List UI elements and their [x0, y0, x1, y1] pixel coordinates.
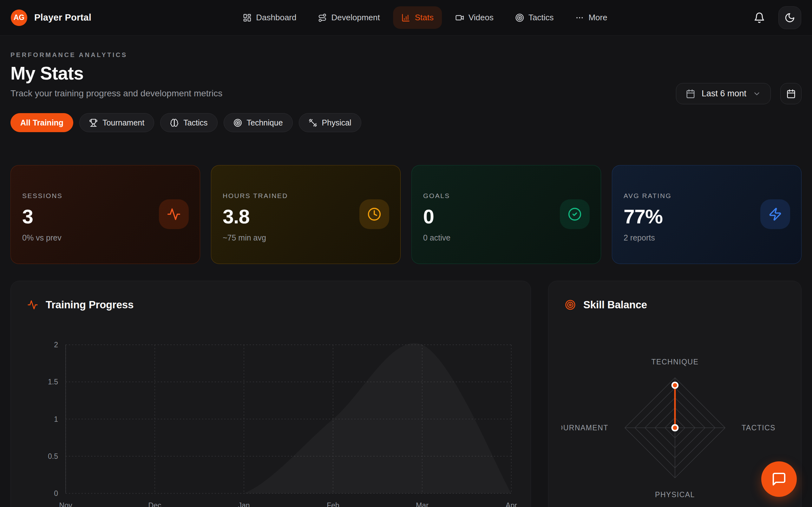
svg-text:0.5: 0.5: [48, 452, 58, 460]
message-square-icon: [771, 471, 786, 487]
stat-subtext: 0 active: [423, 233, 589, 242]
svg-text:Dec: Dec: [148, 501, 161, 507]
main-nav: Dashboard Development Stats Videos Tacti…: [235, 6, 615, 29]
date-range-value: Last 6 mont: [702, 89, 746, 99]
svg-text:TECHNIQUE: TECHNIQUE: [651, 358, 699, 366]
nav-label: Videos: [468, 13, 494, 22]
svg-text:Nov: Nov: [59, 501, 72, 507]
section-eyebrow: PERFORMANCE ANALYTICS: [10, 51, 802, 59]
panel-header: Skill Balance: [548, 281, 801, 311]
stat-card-avg-rating: AVG RATING 77% 2 reports: [612, 165, 802, 264]
activity-icon: [159, 199, 189, 229]
skill-balance-chart: TECHNIQUETACTICSPHYSICALTOURNAMENT: [561, 338, 789, 507]
radar-chart-wrap: TECHNIQUETACTICSPHYSICALTOURNAMENT: [561, 338, 789, 507]
filter-pills: All Training Tournament Tactics Techniqu…: [10, 113, 802, 132]
pill-label: Technique: [247, 118, 283, 127]
nav-item-more[interactable]: More: [567, 6, 615, 29]
filter-tournament[interactable]: Tournament: [79, 113, 154, 132]
filter-all-training[interactable]: All Training: [10, 113, 73, 132]
zap-icon: [760, 199, 790, 229]
pill-label: Tournament: [102, 118, 144, 127]
target-icon: [515, 13, 524, 22]
dumbbell-icon: [309, 118, 317, 127]
calendar-icon: [786, 89, 796, 99]
avatar: AG: [11, 9, 27, 26]
stat-subtext: 2 reports: [623, 233, 790, 242]
header-controls: Last 6 mont: [676, 83, 802, 104]
nav-item-dashboard[interactable]: Dashboard: [235, 6, 305, 29]
notifications-button[interactable]: [754, 12, 765, 23]
nav-label: More: [589, 13, 607, 22]
stat-label: HOURS TRAINED: [223, 192, 389, 200]
page: PERFORMANCE ANALYTICS My Stats Track you…: [0, 51, 812, 507]
pill-label: All Training: [20, 118, 63, 127]
calendar-icon: [686, 89, 695, 99]
theme-toggle-button[interactable]: [778, 6, 801, 29]
nav-actions: [754, 6, 801, 29]
stat-subtext: 0% vs prev: [22, 233, 189, 242]
brand[interactable]: AG Player Portal: [11, 9, 91, 26]
layout-dashboard-icon: [243, 13, 252, 22]
brain-icon: [170, 118, 179, 127]
stat-label: SESSIONS: [22, 192, 189, 200]
target-icon: [234, 118, 242, 127]
filter-technique[interactable]: Technique: [223, 113, 293, 132]
moon-icon: [784, 12, 795, 23]
svg-text:PHYSICAL: PHYSICAL: [655, 491, 695, 499]
nav-label: Tactics: [528, 13, 554, 22]
filter-tactics[interactable]: Tactics: [160, 113, 217, 132]
panel-header: Training Progress: [11, 281, 531, 311]
chart-panels: Training Progress 00.511.52NovDecJanFebM…: [10, 281, 802, 507]
stat-card-goals: GOALS 0 0 active: [411, 165, 601, 264]
pill-label: Tactics: [183, 118, 207, 127]
target-icon: [565, 299, 576, 310]
nav-item-tactics[interactable]: Tactics: [507, 6, 562, 29]
svg-text:Jan: Jan: [238, 501, 250, 507]
trophy-icon: [89, 118, 98, 127]
nav-label: Stats: [415, 13, 434, 22]
nav-item-development[interactable]: Development: [310, 6, 388, 29]
logo-initials: AG: [14, 13, 25, 22]
nav-item-stats[interactable]: Stats: [393, 6, 442, 29]
svg-text:1: 1: [54, 415, 58, 424]
ellipsis-icon: [575, 13, 584, 22]
circle-check-icon: [560, 199, 590, 229]
svg-text:1.5: 1.5: [48, 378, 58, 386]
app-title: Player Portal: [34, 12, 91, 23]
nav-item-videos[interactable]: Videos: [447, 6, 502, 29]
panel-title: Training Progress: [46, 299, 134, 311]
pill-label: Physical: [322, 118, 351, 127]
panel-title: Skill Balance: [583, 299, 647, 311]
nav-label: Dashboard: [256, 13, 296, 22]
activity-icon: [27, 299, 38, 310]
training-progress-panel: Training Progress 00.511.52NovDecJanFebM…: [10, 281, 531, 507]
page-title: My Stats: [10, 63, 802, 83]
stat-card-sessions: SESSIONS 3 0% vs prev: [10, 165, 200, 264]
top-nav: AG Player Portal Dashboard Development S…: [0, 0, 812, 36]
svg-text:2: 2: [54, 341, 58, 349]
training-progress-chart: 00.511.52NovDecJanFebMarApr: [11, 332, 531, 507]
stat-label: AVG RATING: [623, 192, 790, 200]
calendar-button[interactable]: [780, 83, 802, 104]
svg-text:Mar: Mar: [416, 501, 428, 507]
clock-icon: [359, 199, 389, 229]
video-icon: [455, 13, 464, 22]
svg-text:TACTICS: TACTICS: [742, 424, 775, 432]
stat-label: GOALS: [423, 192, 589, 200]
svg-text:Apr: Apr: [506, 501, 517, 507]
svg-text:0: 0: [54, 489, 58, 498]
stat-cards: SESSIONS 3 0% vs prev HOURS TRAINED 3.8 …: [10, 165, 802, 264]
date-range-select[interactable]: Last 6 mont: [676, 83, 771, 104]
chevron-down-icon: [753, 90, 761, 98]
stat-subtext: ~75 min avg: [223, 233, 389, 242]
stat-card-hours-trained: HOURS TRAINED 3.8 ~75 min avg: [211, 165, 401, 264]
bar-chart-icon: [402, 13, 410, 22]
route-icon: [318, 13, 327, 22]
filter-physical[interactable]: Physical: [299, 113, 361, 132]
chat-fab-button[interactable]: [761, 461, 797, 497]
bell-icon: [754, 12, 765, 23]
svg-text:TOURNAMENT: TOURNAMENT: [561, 424, 608, 432]
svg-text:Feb: Feb: [327, 501, 339, 507]
nav-label: Development: [332, 13, 380, 22]
